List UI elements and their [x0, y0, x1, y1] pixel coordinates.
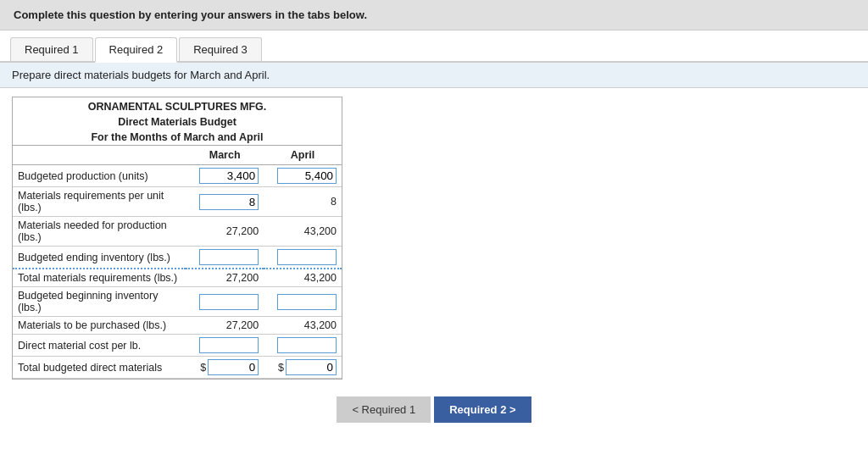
prev-button[interactable]: < Required 1 [337, 396, 431, 423]
row-april-7[interactable] [264, 335, 342, 357]
input-march-5[interactable] [199, 294, 259, 310]
page-wrapper: Complete this question by entering your … [0, 0, 868, 449]
input-april-8[interactable] [286, 359, 337, 375]
row-march-2: 27,200 [186, 217, 264, 247]
row-april-2: 43,200 [264, 217, 342, 247]
row-label-4: Total materials requirements (lbs.) [13, 269, 186, 287]
row-april-3[interactable] [264, 247, 342, 269]
col-label-header [13, 146, 186, 165]
row-label-7: Direct material cost per lb. [13, 335, 186, 357]
row-march-8: $ [186, 357, 264, 379]
input-march-0[interactable] [199, 168, 259, 184]
row-april-1: 8 [264, 187, 342, 217]
budget-table-container: ORNAMENTAL SCULPTURES MFG. Direct Materi… [12, 97, 342, 380]
subtitle-bar: Prepare direct materials budgets for Mar… [0, 63, 868, 88]
row-april-5[interactable] [264, 287, 342, 317]
row-march-0[interactable] [186, 165, 264, 187]
row-label-2: Materials needed for production (lbs.) [13, 217, 186, 247]
row-label-5: Budgeted beginning inventory (lbs.) [13, 287, 186, 317]
col-march-header: March [186, 146, 264, 165]
instruction-text: Complete this question by entering your … [14, 8, 367, 21]
row-march-6: 27,200 [186, 317, 264, 335]
row-label-1: Materials requirements per unit (lbs.) [13, 187, 186, 217]
row-march-5[interactable] [186, 287, 264, 317]
subtitle-text: Prepare direct materials budgets for Mar… [12, 69, 270, 81]
row-april-6: 43,200 [264, 317, 342, 335]
input-march-1[interactable] [199, 194, 259, 210]
col-april-header: April [264, 146, 342, 165]
row-april-8: $ [264, 357, 342, 379]
next-label: Required 2 [449, 403, 506, 416]
budget-table: ORNAMENTAL SCULPTURES MFG. Direct Materi… [13, 97, 342, 379]
table-title1: ORNAMENTAL SCULPTURES MFG. [88, 101, 267, 113]
row-march-4: 27,200 [186, 269, 264, 287]
row-april-4: 43,200 [264, 269, 342, 287]
input-april-3[interactable] [277, 249, 337, 265]
input-april-5[interactable] [277, 294, 337, 310]
row-label-6: Materials to be purchased (lbs.) [13, 317, 186, 335]
tab-required1[interactable]: Required 1 [10, 37, 93, 61]
nav-buttons: < Required 1 Required 2 > [12, 396, 856, 423]
row-march-7[interactable] [186, 335, 264, 357]
tabs-row: Required 1 Required 2 Required 3 [0, 30, 868, 63]
input-march-3[interactable] [199, 249, 259, 265]
tab-required2[interactable]: Required 2 [95, 37, 178, 63]
main-content: ORNAMENTAL SCULPTURES MFG. Direct Materi… [0, 88, 868, 431]
next-button[interactable]: Required 2 > [434, 396, 531, 423]
input-march-8[interactable] [208, 359, 259, 375]
row-label-0: Budgeted production (units) [13, 165, 186, 187]
row-april-0[interactable] [264, 165, 342, 187]
prev-arrow: < [352, 403, 361, 416]
row-march-1[interactable] [186, 187, 264, 217]
input-april-7[interactable] [277, 337, 337, 353]
input-march-7[interactable] [199, 337, 259, 353]
next-arrow: > [506, 403, 515, 416]
table-title2: Direct Materials Budget [118, 116, 236, 128]
input-april-0[interactable] [277, 168, 337, 184]
row-label-3: Budgeted ending inventory (lbs.) [13, 247, 186, 269]
table-title3: For the Months of March and April [91, 131, 263, 143]
tab-required3[interactable]: Required 3 [179, 37, 262, 61]
row-label-8: Total budgeted direct materials [13, 357, 186, 379]
prev-label: Required 1 [362, 403, 416, 416]
row-march-3[interactable] [186, 247, 264, 269]
instruction-bar: Complete this question by entering your … [0, 0, 868, 30]
